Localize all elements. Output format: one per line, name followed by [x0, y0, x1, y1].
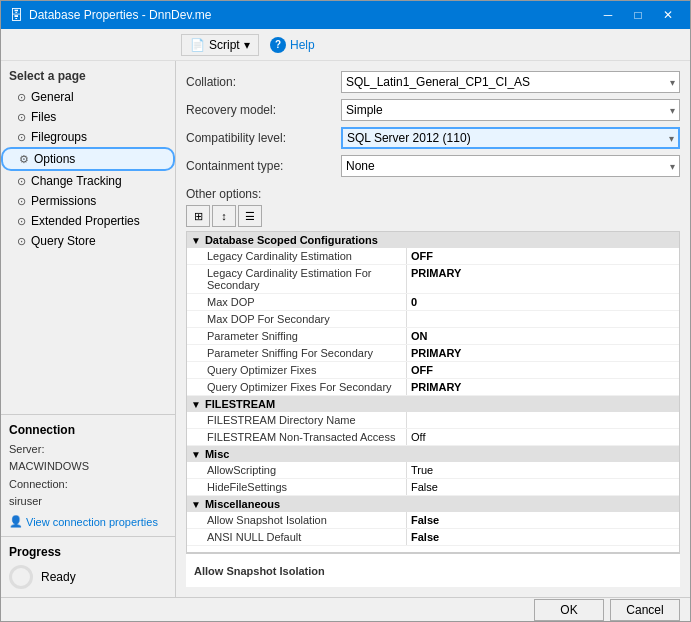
- view-connection-link[interactable]: 👤 View connection properties: [9, 515, 167, 528]
- recovery-model-value: Simple: [346, 103, 383, 117]
- row-value-filestream-access: Off: [407, 429, 679, 445]
- table-row: AllowScripting True: [187, 462, 679, 479]
- table-row: ANSI NULL Default False: [187, 529, 679, 546]
- sidebar: Select a page ⊙ General ⊙ Files ⊙ Filegr…: [1, 61, 176, 597]
- sidebar-item-query-store[interactable]: ⊙ Query Store: [1, 231, 175, 251]
- help-circle-icon: ?: [270, 37, 286, 53]
- section-arrow-database-scoped: ▼: [191, 235, 201, 246]
- description-bar: Allow Snapshot Isolation: [186, 553, 680, 587]
- toolbar: 📄 Script ▾ ? Help: [1, 29, 690, 61]
- options-icon: ⚙: [19, 153, 29, 166]
- recovery-row: Recovery model: Simple ▾: [186, 99, 680, 127]
- containment-type-label: Containment type:: [186, 159, 341, 173]
- collation-value: SQL_Latin1_General_CP1_CI_AS: [346, 75, 530, 89]
- sidebar-item-label-change-tracking: Change Tracking: [31, 174, 122, 188]
- sidebar-item-label-filegroups: Filegroups: [31, 130, 87, 144]
- row-name-legacy-card-secondary: Legacy Cardinality Estimation For Second…: [187, 265, 407, 293]
- select-page-label: Select a page: [1, 61, 175, 87]
- recovery-model-label: Recovery model:: [186, 103, 341, 117]
- containment-row: Containment type: None ▾: [186, 155, 680, 183]
- close-button[interactable]: ✕: [654, 1, 682, 29]
- table-row: Query Optimizer Fixes For Secondary PRIM…: [187, 379, 679, 396]
- filegroups-icon: ⊙: [17, 131, 26, 144]
- connection-value: siruser: [9, 493, 167, 511]
- title-bar: 🗄 Database Properties - DnnDev.me ─ □ ✕: [1, 1, 690, 29]
- table-row: Parameter Sniffing ON: [187, 328, 679, 345]
- progress-status: Ready: [41, 570, 76, 584]
- progress-section: Progress Ready: [1, 536, 175, 597]
- section-header-database-scoped[interactable]: ▼ Database Scoped Configurations: [187, 232, 679, 248]
- row-name-filestream-dir: FILESTREAM Directory Name: [187, 412, 407, 428]
- section-title-database-scoped: Database Scoped Configurations: [205, 234, 378, 246]
- server-value: MACWINDOWS: [9, 458, 167, 476]
- section-header-filestream[interactable]: ▼ FILESTREAM: [187, 396, 679, 412]
- row-name-ansi-null: ANSI NULL Default: [187, 529, 407, 545]
- sidebar-item-label-permissions: Permissions: [31, 194, 96, 208]
- section-header-miscellaneous[interactable]: ▼ Miscellaneous: [187, 496, 679, 512]
- row-value-allow-snapshot: False: [407, 512, 679, 528]
- row-value-hide-file-settings: False: [407, 479, 679, 495]
- collation-dropdown[interactable]: SQL_Latin1_General_CP1_CI_AS ▾: [341, 71, 680, 93]
- collation-label: Collation:: [186, 75, 341, 89]
- sidebar-item-extended-properties[interactable]: ⊙ Extended Properties: [1, 211, 175, 231]
- files-icon: ⊙: [17, 111, 26, 124]
- containment-type-arrow: ▾: [670, 161, 675, 172]
- row-value-legacy-card-secondary: PRIMARY: [407, 265, 679, 293]
- script-button[interactable]: 📄 Script ▾: [181, 34, 259, 56]
- sidebar-item-files[interactable]: ⊙ Files: [1, 107, 175, 127]
- description-text: Allow Snapshot Isolation: [194, 565, 325, 577]
- sort-button[interactable]: ⊞: [186, 205, 210, 227]
- row-value-allow-scripting: True: [407, 462, 679, 478]
- table-row: Max DOP For Secondary: [187, 311, 679, 328]
- row-name-legacy-card: Legacy Cardinality Estimation: [187, 248, 407, 264]
- config-table[interactable]: ▼ Database Scoped Configurations Legacy …: [186, 231, 680, 553]
- window-title: Database Properties - DnnDev.me: [29, 8, 594, 22]
- row-name-max-dop-secondary: Max DOP For Secondary: [187, 311, 407, 327]
- row-name-allow-snapshot: Allow Snapshot Isolation: [187, 512, 407, 528]
- compatibility-level-dropdown[interactable]: SQL Server 2012 (110) ▾: [341, 127, 680, 149]
- general-icon: ⊙: [17, 91, 26, 104]
- ok-button[interactable]: OK: [534, 599, 604, 621]
- change-tracking-icon: ⊙: [17, 175, 26, 188]
- cancel-button[interactable]: Cancel: [610, 599, 680, 621]
- row-name-query-opt-fixes-secondary: Query Optimizer Fixes For Secondary: [187, 379, 407, 395]
- main-content: Select a page ⊙ General ⊙ Files ⊙ Filegr…: [1, 61, 690, 597]
- row-name-allow-scripting: AllowScripting: [187, 462, 407, 478]
- script-dropdown-icon: ▾: [244, 38, 250, 52]
- section-title-miscellaneous: Miscellaneous: [205, 498, 280, 510]
- sidebar-item-permissions[interactable]: ⊙ Permissions: [1, 191, 175, 211]
- row-name-query-opt-fixes: Query Optimizer Fixes: [187, 362, 407, 378]
- row-name-hide-file-settings: HideFileSettings: [187, 479, 407, 495]
- maximize-button[interactable]: □: [624, 1, 652, 29]
- table-row: FILESTREAM Directory Name: [187, 412, 679, 429]
- containment-type-dropdown[interactable]: None ▾: [341, 155, 680, 177]
- sidebar-item-change-tracking[interactable]: ⊙ Change Tracking: [1, 171, 175, 191]
- row-value-max-dop: 0: [407, 294, 679, 310]
- recovery-model-dropdown[interactable]: Simple ▾: [341, 99, 680, 121]
- table-row: Max DOP 0: [187, 294, 679, 311]
- row-name-max-dop: Max DOP: [187, 294, 407, 310]
- sidebar-item-filegroups[interactable]: ⊙ Filegroups: [1, 127, 175, 147]
- sidebar-item-general[interactable]: ⊙ General: [1, 87, 175, 107]
- other-options-label: Other options:: [186, 187, 680, 201]
- section-header-misc[interactable]: ▼ Misc: [187, 446, 679, 462]
- sort-az-button[interactable]: ↕: [212, 205, 236, 227]
- minimize-button[interactable]: ─: [594, 1, 622, 29]
- group-button[interactable]: ☰: [238, 205, 262, 227]
- section-title-filestream: FILESTREAM: [205, 398, 275, 410]
- compatibility-level-arrow: ▾: [669, 133, 674, 144]
- row-value-max-dop-secondary: [407, 311, 679, 327]
- sidebar-item-options[interactable]: ⚙ Options: [1, 147, 175, 171]
- help-button[interactable]: ? Help: [262, 34, 323, 56]
- connection-section: Connection Server: MACWINDOWS Connection…: [1, 414, 175, 536]
- row-name-param-sniffing: Parameter Sniffing: [187, 328, 407, 344]
- compatibility-level-value: SQL Server 2012 (110): [347, 131, 471, 145]
- sidebar-nav: ⊙ General ⊙ Files ⊙ Filegroups ⚙ Options…: [1, 87, 175, 414]
- table-row: Query Optimizer Fixes OFF: [187, 362, 679, 379]
- extended-properties-icon: ⊙: [17, 215, 26, 228]
- section-arrow-misc: ▼: [191, 449, 201, 460]
- help-label: Help: [290, 38, 315, 52]
- status-bar: OK Cancel: [1, 597, 690, 621]
- row-value-query-opt-fixes: OFF: [407, 362, 679, 378]
- connection-title: Connection: [9, 423, 167, 437]
